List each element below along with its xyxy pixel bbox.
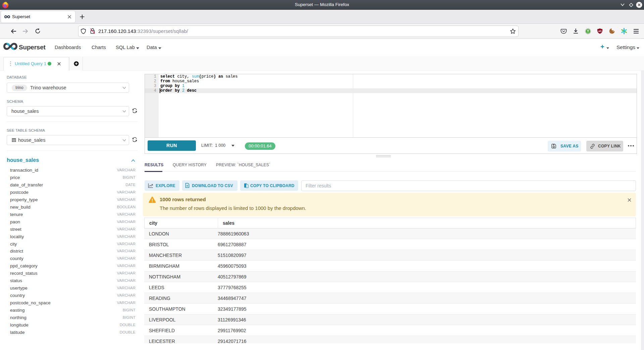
svg-text:uO: uO — [598, 30, 602, 32]
